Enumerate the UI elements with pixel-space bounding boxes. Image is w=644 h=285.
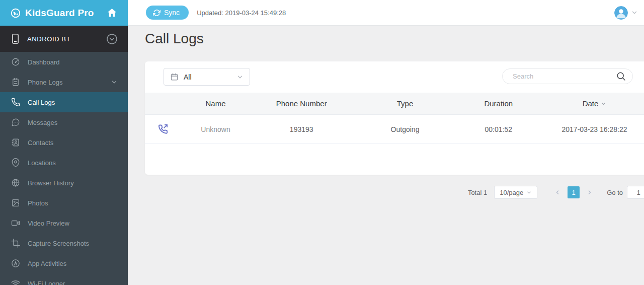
sidebar-item-label: Messages <box>28 119 57 126</box>
search-box <box>502 68 633 84</box>
pagination-total: Total 1 <box>468 189 487 196</box>
sidebar-item-messages[interactable]: Messages <box>0 112 128 132</box>
per-page-dropdown[interactable]: 10/page <box>494 186 537 199</box>
sidebar-item-browser-history[interactable]: Browser History <box>0 173 128 193</box>
calendar-icon <box>170 73 179 81</box>
date-column-label: Date <box>583 99 599 108</box>
device-chevron-circle-icon[interactable] <box>106 33 118 45</box>
sidebar-item-label: Call Logs <box>28 99 55 106</box>
sidebar-item-app-activities[interactable]: App Activities <box>0 253 128 273</box>
sync-button[interactable]: Sync <box>146 6 189 20</box>
call-logs-icon <box>11 98 20 107</box>
dashboard-icon <box>11 57 20 66</box>
phone-logs-chevron-down-icon[interactable] <box>111 79 118 86</box>
sync-button-label: Sync <box>164 9 180 17</box>
sidebar-item-label: App Activities <box>28 260 66 267</box>
smartphone-icon <box>11 33 20 44</box>
type-cell: Outgoing <box>352 125 458 133</box>
sidebar-item-capture-screenshots[interactable]: Capture Screenshots <box>0 233 128 253</box>
sidebar-item-label: Photos <box>28 199 48 207</box>
user-avatar[interactable] <box>614 6 628 20</box>
goto-page-input[interactable] <box>627 186 644 199</box>
sidebar-item-label: Video Preview <box>28 220 69 227</box>
sidebar-item-label: Phone Logs <box>28 79 62 86</box>
kidsguard-logo-icon <box>10 8 21 19</box>
sidebar-item-locations[interactable]: Locations <box>0 153 128 173</box>
next-page-icon[interactable] <box>584 189 596 195</box>
app-activities-icon <box>11 259 20 268</box>
per-page-chevron-down-icon <box>526 190 532 195</box>
home-icon[interactable] <box>106 7 118 19</box>
brand-logo: KidsGuard Pro <box>10 8 94 19</box>
sidebar-item-photos[interactable]: Photos <box>0 193 128 213</box>
sidebar-item-phone-logs[interactable]: Phone Logs <box>0 72 128 92</box>
brand-header: KidsGuard Pro <box>0 0 128 26</box>
browser-history-icon <box>11 178 20 187</box>
phone-cell: 193193 <box>251 125 352 133</box>
date-filter-dropdown[interactable]: All <box>164 68 250 86</box>
search-icon[interactable] <box>616 71 626 82</box>
main-content: Call Logs All <box>128 26 644 285</box>
call-logs-table: Name Phone Number Type Duration Date <box>145 93 644 144</box>
page-title: Call Logs <box>145 30 204 48</box>
call-logs-card: All Name Phone Number Type Duration <box>145 61 644 175</box>
contacts-icon <box>11 138 20 147</box>
duration-column-header: Duration <box>458 99 539 108</box>
sidebar-item-contacts[interactable]: Contacts <box>0 132 128 153</box>
outgoing-call-icon <box>157 123 169 135</box>
sidebar-item-video-preview[interactable]: Video Preview <box>0 213 128 233</box>
duration-cell: 00:01:52 <box>458 125 539 133</box>
name-cell: Unknown <box>180 125 251 133</box>
sidebar-item-label: Locations <box>28 159 56 167</box>
per-page-value: 10/page <box>500 189 523 196</box>
phone-column-header: Phone Number <box>251 99 352 108</box>
current-page-button[interactable]: 1 <box>568 186 580 198</box>
call-direction-cell <box>145 123 180 135</box>
sidebar-item-wifi-logger[interactable]: Wi-Fi Logger <box>0 273 128 285</box>
phone-logs-icon <box>11 78 20 87</box>
sidebar-item-label: Dashboard <box>28 58 60 66</box>
last-updated-text: Updated: 2019-03-24 15:49:28 <box>197 9 286 17</box>
date-filter-value: All <box>184 73 192 81</box>
sidebar-item-label: Contacts <box>28 139 53 147</box>
capture-screenshots-icon <box>11 239 20 248</box>
sidebar-menu: Dashboard Phone Logs <box>0 52 128 285</box>
locations-icon <box>11 158 20 167</box>
device-name: ANDROID BT <box>27 35 70 43</box>
date-sort-chevron-icon[interactable] <box>601 101 606 106</box>
account-chevron-down-icon[interactable] <box>631 9 638 16</box>
table-row[interactable]: Unknown 193193 Outgoing 00:01:52 2017-03… <box>145 115 644 144</box>
messages-icon <box>11 118 20 127</box>
type-column-header: Type <box>352 99 458 108</box>
photos-icon <box>11 198 20 207</box>
sidebar-item-dashboard[interactable]: Dashboard <box>0 52 128 72</box>
sidebar: ANDROID BT Dashboard Pho <box>0 26 128 285</box>
pagination: Total 1 10/page 1 Go to <box>468 185 644 199</box>
date-column-header[interactable]: Date <box>539 99 644 108</box>
wifi-logger-icon <box>11 279 20 285</box>
video-preview-icon <box>11 219 20 228</box>
topbar: Sync Updated: 2019-03-24 15:49:28 <box>128 0 644 26</box>
sidebar-item-call-logs[interactable]: Call Logs <box>0 92 128 112</box>
refresh-icon <box>153 9 160 17</box>
date-cell: 2017-03-23 16:28:22 <box>539 125 644 133</box>
sidebar-item-label: Wi-Fi Logger <box>28 280 65 285</box>
filter-chevron-down-icon <box>236 74 244 81</box>
goto-page-label: Go to <box>607 189 623 196</box>
sidebar-item-label: Capture Screenshots <box>28 240 89 247</box>
table-header-row: Name Phone Number Type Duration Date <box>145 93 644 115</box>
search-input[interactable] <box>513 73 616 80</box>
device-selector[interactable]: ANDROID BT <box>0 26 128 52</box>
prev-page-icon[interactable] <box>551 189 564 195</box>
brand-name: KidsGuard Pro <box>25 8 94 19</box>
sidebar-item-label: Browser History <box>28 179 74 187</box>
name-column-header: Name <box>180 99 251 108</box>
